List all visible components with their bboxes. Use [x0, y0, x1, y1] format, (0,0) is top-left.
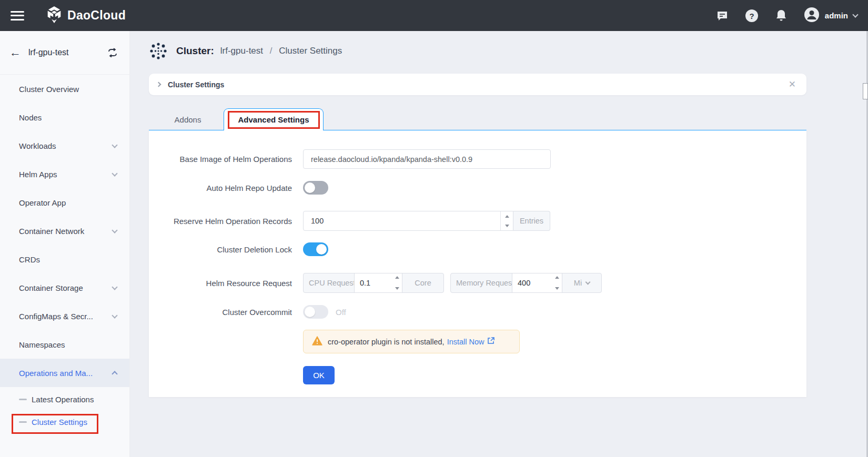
row-warning: cro-operator plugin is not installed, In…: [149, 330, 806, 353]
memory-request-prefix: Memory Request: [451, 273, 512, 292]
external-link-icon: [487, 337, 494, 346]
reserve-records-label: Reserve Helm Operation Records: [149, 217, 292, 226]
warning-banner: cro-operator plugin is not installed, In…: [303, 330, 520, 353]
sidebar-item-workloads[interactable]: Workloads: [0, 131, 129, 160]
sidebar-item-crds[interactable]: CRDs: [0, 245, 129, 273]
scrollbar-widget: [863, 83, 868, 99]
memory-request-group: Memory Request 400 Mi: [450, 273, 602, 293]
reserve-records-input[interactable]: 100: [303, 211, 513, 231]
sidebar-header: ← lrf-gpu-test: [0, 31, 129, 75]
row-reserve-records: Reserve Helm Operation Records 100 Entri…: [149, 211, 806, 231]
topbar: DaoCloud ? admin: [0, 0, 868, 31]
row-deletion-lock: Cluster Deletion Lock: [149, 242, 806, 256]
breadcrumb-cluster[interactable]: lrf-gpu-test: [220, 46, 263, 56]
refresh-icon[interactable]: [107, 48, 118, 57]
auto-repo-toggle[interactable]: [303, 181, 328, 195]
page-title: Cluster:: [176, 45, 214, 57]
row-resource-request: Helm Resource Request CPU Request 0.1 Co…: [149, 273, 806, 293]
brand: DaoCloud: [46, 6, 126, 25]
sidebar-item-configmaps-secrets[interactable]: ConfigMaps & Secr...: [0, 302, 129, 330]
chevron-down-icon: [112, 312, 117, 318]
memory-request-input[interactable]: 400: [512, 273, 562, 292]
hamburger-icon[interactable]: [11, 11, 24, 21]
dash-icon: [19, 399, 27, 400]
brand-name: DaoCloud: [67, 8, 126, 23]
sidebar-item-latest-operations[interactable]: Latest Operations: [0, 387, 129, 411]
sidebar-menu: Cluster Overview Nodes Workloads Helm Ap…: [0, 75, 129, 387]
page-header: Cluster: lrf-gpu-test / Cluster Settings: [149, 41, 342, 61]
entries-suffix: Entries: [513, 211, 550, 231]
tab-advanced-settings[interactable]: Advanced Settings: [224, 108, 324, 130]
warning-icon: [312, 336, 322, 348]
ok-button[interactable]: OK: [303, 366, 335, 384]
auto-repo-label: Auto Helm Repo Update: [149, 184, 292, 192]
chevron-up-icon: [112, 371, 117, 377]
user-menu[interactable]: admin: [804, 7, 857, 25]
breadcrumb: lrf-gpu-test / Cluster Settings: [220, 46, 342, 56]
close-icon[interactable]: ✕: [789, 80, 796, 89]
breadcrumb-separator: /: [270, 46, 272, 56]
sidebar-item-namespaces[interactable]: Namespaces: [0, 330, 129, 359]
number-stepper[interactable]: [395, 276, 399, 290]
sidebar-item-nodes[interactable]: Nodes: [0, 103, 129, 131]
chevron-down-icon: [586, 280, 591, 285]
sidebar-item-cluster-overview[interactable]: Cluster Overview: [0, 75, 129, 103]
cluster-settings-panel-header[interactable]: Cluster Settings ✕: [149, 74, 806, 95]
panel-title: Cluster Settings: [168, 80, 789, 89]
sidebar-item-container-storage[interactable]: Container Storage: [0, 273, 129, 302]
app-window: DaoCloud ? admin ← lrf-gpu-tes: [0, 0, 868, 457]
user-name: admin: [825, 11, 848, 20]
resource-request-label: Helm Resource Request: [149, 279, 292, 288]
chevron-right-icon: [156, 82, 162, 87]
cpu-unit-label: Core: [402, 273, 443, 292]
row-base-image: Base Image of Helm Operations: [149, 149, 806, 169]
cpu-request-group: CPU Request 0.1 Core: [303, 273, 444, 293]
row-actions: OK: [149, 366, 806, 384]
sidebar: ← lrf-gpu-test Cluster Overview Nodes Wo…: [0, 31, 130, 457]
sidebar-item-operator-app[interactable]: Operator App: [0, 188, 129, 217]
chevron-down-icon: [112, 142, 117, 148]
chevron-down-icon: [852, 12, 858, 17]
install-now-link[interactable]: Install Now: [447, 337, 494, 346]
stepper-down-icon[interactable]: [501, 221, 513, 230]
row-auto-repo: Auto Helm Repo Update: [149, 181, 806, 195]
stepper-up-icon[interactable]: [501, 211, 513, 221]
sidebar-item-operations[interactable]: Operations and Ma...: [0, 359, 129, 387]
overcommit-state-label: Off: [336, 308, 346, 317]
chevron-down-icon: [112, 227, 117, 233]
avatar-icon: [804, 7, 820, 25]
overcommit-toggle[interactable]: [303, 305, 328, 319]
dash-icon: [19, 421, 27, 423]
deletion-lock-toggle[interactable]: [303, 242, 328, 256]
annotation-box-tab: Advanced Settings: [228, 111, 320, 129]
chevron-down-icon: [112, 170, 117, 176]
number-stepper[interactable]: [555, 276, 559, 290]
sidebar-item-cluster-settings[interactable]: Cluster Settings: [0, 411, 129, 432]
chevron-down-icon: [112, 284, 117, 290]
topbar-actions: ? admin: [715, 0, 857, 31]
cpu-request-prefix: CPU Request: [304, 273, 354, 292]
deletion-lock-label: Cluster Deletion Lock: [149, 245, 292, 254]
bell-icon[interactable]: [774, 9, 788, 23]
sidebar-item-container-network[interactable]: Container Network: [0, 217, 129, 245]
cluster-dots-icon: [149, 42, 168, 60]
number-stepper[interactable]: [500, 211, 513, 230]
chat-icon[interactable]: [715, 9, 729, 23]
advanced-settings-form: Base Image of Helm Operations Auto Helm …: [149, 130, 806, 397]
help-icon[interactable]: ?: [745, 9, 759, 23]
warning-text: cro-operator plugin is not installed,: [328, 338, 445, 346]
svg-text:?: ?: [749, 11, 754, 20]
back-arrow-icon[interactable]: ←: [9, 47, 21, 58]
sidebar-cluster-title: lrf-gpu-test: [28, 48, 107, 57]
base-image-label: Base Image of Helm Operations: [149, 155, 292, 164]
memory-unit-select[interactable]: Mi: [562, 273, 601, 292]
breadcrumb-page: Cluster Settings: [279, 46, 342, 56]
daocloud-logo-icon: [46, 6, 62, 25]
overcommit-label: Cluster Overcommit: [149, 308, 292, 317]
sidebar-submenu: Latest Operations Cluster Settings: [0, 387, 129, 432]
cpu-request-input[interactable]: 0.1: [354, 273, 402, 292]
row-overcommit: Cluster Overcommit Off: [149, 305, 806, 319]
sidebar-item-helm-apps[interactable]: Helm Apps: [0, 160, 129, 188]
base-image-input[interactable]: [303, 149, 551, 169]
tab-addons[interactable]: Addons: [149, 109, 227, 130]
